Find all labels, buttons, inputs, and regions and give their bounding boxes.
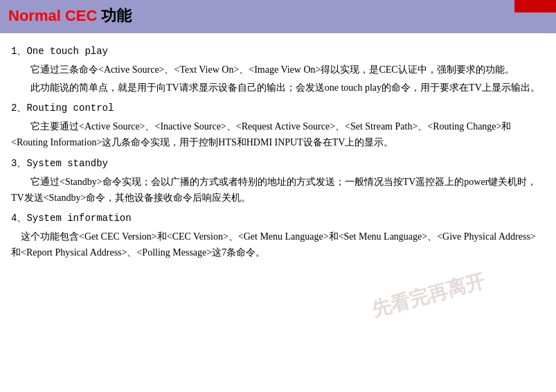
watermark: 先看完再离开 [369, 268, 488, 323]
content-area: 1、One touch play 它通过三条命令<Active Source>、… [0, 40, 556, 271]
page-container: Normal CEC 功能 1、One touch play 它通过三条命令<A… [0, 0, 556, 392]
header-title: Normal CEC 功能 [8, 7, 132, 24]
section-2-title: 2、Routing control [11, 100, 545, 116]
section-1-para-2: 此功能说的简单点，就是用于向TV请求显示设备自己的输出；会发送one touch… [11, 80, 545, 96]
section-3: 3、System standby 它通过<Standby>命令实现；会以广播的方… [11, 155, 545, 206]
section-2-para-1: 它主要通过<Active Source>、<Inactive Source>、<… [11, 118, 545, 150]
top-red-bar [514, 0, 556, 12]
header-bar: Normal CEC 功能 [0, 0, 556, 33]
section-4-para-1: 这个功能包含<Get CEC Version>和<CEC Version>、<G… [11, 229, 545, 260]
section-4: 4、System information 这个功能包含<Get CEC Vers… [11, 210, 545, 260]
section-1: 1、One touch play 它通过三条命令<Active Source>、… [11, 43, 545, 96]
section-3-title: 3、System standby [11, 155, 545, 172]
header-title-en: Normal CEC [8, 7, 97, 24]
header-title-cn: 功能 [101, 7, 132, 24]
section-1-para-1: 它通过三条命令<Active Source>、<Text View On>、<I… [11, 62, 545, 78]
section-2: 2、Routing control 它主要通过<Active Source>、<… [11, 100, 545, 150]
section-4-title: 4、System information [11, 210, 545, 226]
section-3-para-1: 它通过<Standby>命令实现；会以广播的方式或者特别的地址的方式发送；一般情… [11, 174, 545, 206]
section-1-title: 1、One touch play [11, 43, 545, 60]
